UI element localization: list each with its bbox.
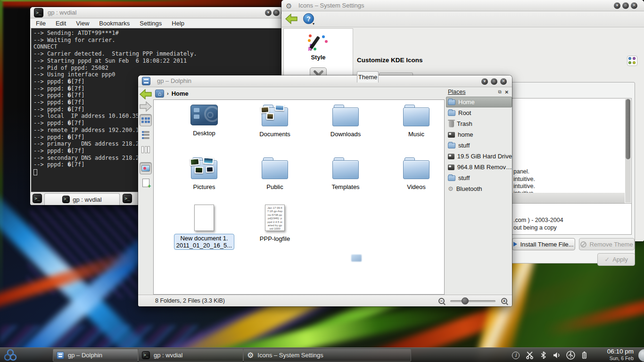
zoom-slider[interactable] [450, 297, 495, 304]
zoom-in-button[interactable]: + [501, 298, 507, 304]
folder-item-downloads[interactable]: Downloads [317, 105, 374, 138]
task-system-settings[interactable]: ⚙ Icons – System Settings [243, 349, 411, 362]
preview-toggle-button[interactable] [140, 162, 152, 174]
folder-item-pictures[interactable]: Pictures [176, 157, 232, 190]
menu-edit[interactable]: Edit [56, 20, 66, 27]
folder-item-videos[interactable]: Videos [388, 157, 445, 190]
drive-icon [448, 165, 454, 170]
places-item-root[interactable]: Root [446, 107, 512, 118]
close-button[interactable]: ✕ [631, 2, 637, 9]
sidebar-style-label: Style [284, 54, 353, 61]
tab-theme[interactable]: Theme [357, 71, 379, 82]
places-panel: Places ⧉ ✕ Home Root Trash home stuff 19… [446, 87, 512, 295]
places-item-removable[interactable]: 964.8 MiB Remov… [446, 162, 512, 173]
konsole-tab[interactable]: >_ gp : wvdial [44, 193, 120, 205]
system-settings-toolbar: ? ▾ [281, 11, 644, 27]
plasma-toolbox-cashew[interactable] [638, 349, 644, 362]
folder-item-desktop[interactable]: Desktop [176, 105, 232, 137]
folder-label: Music [408, 131, 424, 138]
zoom-out-button[interactable]: − [438, 298, 445, 304]
drive-icon [448, 132, 455, 138]
file-item-new-document[interactable]: New document 1. 2011_01_20_16_5... [176, 205, 232, 250]
file-item-ppp-logfile[interactable]: Jan 17 09:4 7:18 gp-Asp ire-5738 pp pd[1… [247, 205, 303, 242]
battery-icon[interactable] [579, 351, 589, 360]
page-title: Customize KDE Icons [357, 57, 423, 64]
tab-list-button[interactable]: >_ [123, 194, 132, 203]
sidebar-item-style[interactable]: Style [284, 29, 353, 61]
theme-list-fragment: intuitive. [513, 183, 535, 189]
install-arrow-icon [513, 242, 517, 247]
bluetooth-icon: ⚙ [448, 186, 454, 192]
apply-button[interactable]: ✓ Apply [597, 253, 635, 266]
close-button[interactable]: ✕ [500, 78, 507, 85]
theme-desc-fragment: out being a copy [513, 224, 557, 231]
taskbar-panel: gp – Dolphin >_ gp : wvdial ⚙ Icons – Sy… [0, 347, 644, 362]
bluetooth-icon[interactable] [538, 351, 548, 360]
breadcrumb-home-icon[interactable]: ⌂ [155, 90, 164, 98]
icons-view-button[interactable] [140, 114, 152, 126]
konsole-titlebar[interactable]: >_ gp : wvdial ▾ ○ ✕ [30, 7, 283, 18]
volume-icon[interactable] [552, 351, 561, 360]
maximize-button[interactable]: ○ [273, 9, 280, 16]
places-title: Places [448, 89, 466, 95]
system-settings-app-icon: ⚙ [286, 2, 292, 10]
style-icon [308, 33, 329, 52]
device-notifier-usb-icon[interactable] [566, 351, 575, 360]
folder-label: Downloads [330, 131, 361, 138]
folder-item-public[interactable]: Public [247, 157, 303, 190]
places-item-stuff-2[interactable]: stuff [446, 173, 512, 183]
columns-view-button[interactable] [140, 143, 152, 156]
help-dropdown-arrow[interactable]: ▾ [313, 22, 314, 26]
places-item-home[interactable]: Home [446, 97, 512, 107]
split-view-button[interactable] [140, 177, 152, 189]
install-theme-button[interactable]: Install Theme File... [512, 238, 575, 250]
new-tab-button[interactable]: >_ [33, 194, 42, 203]
folder-item-music[interactable]: Music [388, 105, 445, 138]
menu-bookmarks[interactable]: Bookmarks [99, 20, 130, 27]
dolphin-window-title: gp – Dolphin [157, 77, 191, 84]
maximize-button[interactable]: ○ [491, 78, 497, 85]
back-button[interactable] [285, 14, 297, 24]
dolphin-titlebar[interactable]: gp – Dolphin ▾ ○ ✕ [138, 75, 512, 87]
places-float-button[interactable]: ⧉ [498, 89, 501, 95]
details-view-button[interactable] [140, 129, 152, 141]
folder-label: Pictures [193, 183, 215, 190]
places-item-trash[interactable]: Trash [446, 118, 512, 129]
notifications-icon[interactable]: i [511, 351, 520, 360]
menu-settings[interactable]: Settings [140, 20, 162, 27]
terminal-line: --> Sending: ATDT*99***1# [33, 30, 280, 37]
minimize-button[interactable]: ▾ [614, 2, 620, 9]
folder-item-templates[interactable]: Templates [317, 157, 374, 190]
folder-item-documents[interactable]: Documents [247, 105, 303, 138]
places-item-bluetooth[interactable]: ⚙ Bluetooth [446, 183, 512, 194]
desktop-folder-icon [190, 105, 218, 125]
scrollbar-thumb[interactable] [626, 99, 630, 159]
task-dolphin[interactable]: gp – Dolphin [53, 349, 138, 362]
places-item-hard-drive[interactable]: 19.5 GiB Hard Drive [446, 151, 512, 162]
minimize-button[interactable]: ▾ [481, 78, 488, 85]
zoom-slider-handle[interactable] [462, 297, 469, 304]
dolphin-file-view[interactable]: Desktop Documents Downloads Music [153, 99, 445, 295]
app-launcher-button[interactable] [4, 349, 17, 362]
breadcrumb-home[interactable]: Home [172, 90, 189, 97]
places-item-stuff[interactable]: stuff [446, 140, 512, 151]
remove-theme-button[interactable]: Remove Theme [579, 238, 635, 250]
system-settings-titlebar[interactable]: ⚙ Icons – System Settings ▾ ○ ✕ [281, 0, 644, 11]
forward-button[interactable] [140, 101, 152, 112]
folder-icon [262, 157, 288, 179]
menu-help[interactable]: Help [172, 20, 184, 27]
task-wvdial[interactable]: >_ gp : wvdial [138, 349, 243, 362]
theme-list-fragment: intuitive. [513, 176, 535, 182]
back-button[interactable] [140, 89, 152, 99]
maximize-button[interactable]: ○ [622, 2, 629, 9]
home-folder-icon [448, 99, 455, 105]
places-item-home-drive[interactable]: home [446, 129, 512, 140]
klipper-scissors-icon[interactable] [525, 351, 534, 360]
theme-list-scrollbar[interactable] [625, 99, 631, 203]
menu-file[interactable]: File [36, 20, 46, 27]
menu-view[interactable]: View [76, 20, 89, 27]
minimize-button[interactable]: ▾ [265, 9, 272, 16]
clock[interactable]: 06:10 pm Sun, 6 Feb [607, 348, 634, 362]
places-close-button[interactable]: ✕ [505, 90, 509, 95]
folder-icon [332, 157, 359, 179]
